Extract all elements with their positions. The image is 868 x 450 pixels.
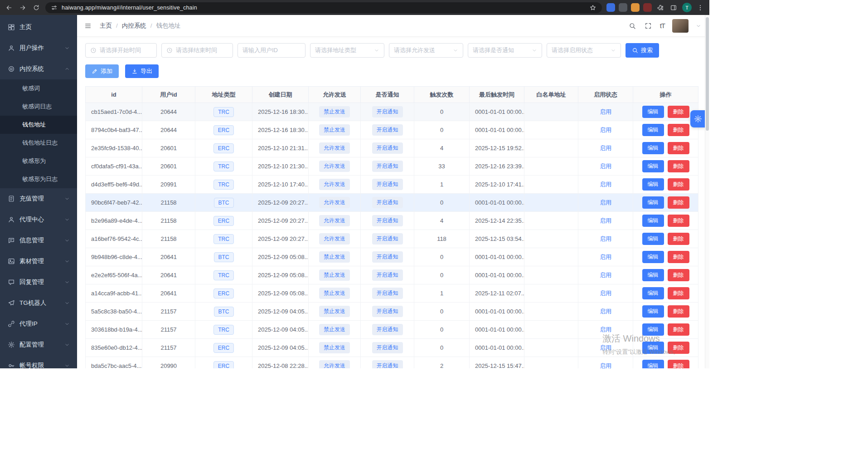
edit-button[interactable]: 编辑 [642, 124, 664, 136]
status-badge: 启用 [600, 108, 611, 115]
notify-tag: 开启通知 [372, 360, 403, 368]
delete-button[interactable]: 删除 [668, 124, 689, 136]
sidebar-item[interactable]: 代理中心 [0, 209, 77, 230]
delete-button[interactable]: 删除 [668, 142, 689, 154]
back-icon[interactable] [5, 3, 14, 12]
settings-drawer-button[interactable] [690, 110, 706, 127]
delete-button[interactable]: 删除 [668, 106, 689, 118]
export-button[interactable]: 导出 [125, 64, 159, 78]
avatar-chevron-down-icon[interactable] [696, 23, 701, 29]
edit-button[interactable]: 编辑 [642, 251, 664, 263]
edit-button[interactable]: 编辑 [642, 160, 664, 172]
user-id-cell: 20641 [142, 248, 195, 266]
sidebar-item[interactable]: 帐号权限 [0, 355, 77, 368]
browser-profile-avatar[interactable]: T [682, 3, 692, 12]
notify-select[interactable]: 请选择是否通知 [468, 43, 542, 58]
allow-send-cell: 禁止发送 [309, 321, 361, 339]
sidebar-subitem[interactable]: 钱包地址 [0, 116, 77, 134]
delete-button[interactable]: 删除 [668, 251, 689, 263]
edit-button[interactable]: 编辑 [642, 323, 664, 336]
delete-button[interactable]: 删除 [668, 269, 689, 281]
delete-button[interactable]: 删除 [668, 160, 689, 172]
sidebar-item[interactable]: TG机器人 [0, 293, 77, 313]
url-text[interactable]: haiwang.app/miwang#/internal/user_sensit… [62, 5, 585, 11]
scrollbar-thumb[interactable] [706, 17, 709, 131]
delete-button[interactable]: 删除 [668, 287, 689, 299]
delete-button[interactable]: 删除 [668, 305, 689, 318]
edit-button[interactable]: 编辑 [642, 305, 664, 318]
allow-send-select[interactable]: 请选择允许发送 [389, 43, 463, 58]
split-screen-icon[interactable] [669, 3, 678, 12]
sidebar-item[interactable]: 回复管理 [0, 272, 77, 293]
end-time-input[interactable]: 请选择结束时间 [161, 43, 233, 58]
extension-blue-icon[interactable] [606, 3, 615, 12]
extensions-puzzle-icon[interactable] [656, 3, 665, 12]
edit-button[interactable]: 编辑 [642, 287, 664, 299]
delete-button[interactable]: 删除 [668, 233, 689, 245]
delete-button[interactable]: 删除 [668, 196, 689, 209]
browser-menu-icon[interactable] [696, 3, 705, 12]
delete-button[interactable]: 删除 [668, 323, 689, 336]
edit-button[interactable]: 编辑 [642, 342, 664, 354]
notify-cell: 开启通知 [361, 248, 414, 266]
breadcrumb-internal[interactable]: 内控系统 [122, 22, 146, 30]
forward-icon[interactable] [18, 3, 27, 12]
address-type-select[interactable]: 请选择地址类型 [310, 43, 384, 58]
bookmark-star-icon[interactable] [589, 4, 596, 11]
sidebar-item[interactable]: 内控系统 [0, 59, 77, 79]
edit-button[interactable]: 编辑 [642, 142, 664, 154]
extension-gray-icon[interactable] [619, 3, 627, 12]
column-header: 最后触发时间 [470, 87, 524, 103]
sidebar-item[interactable]: 信息管理 [0, 230, 77, 251]
delete-button[interactable]: 删除 [668, 342, 689, 354]
start-time-input[interactable]: 请选择开始时间 [85, 43, 157, 58]
user-id-cell: 20644 [142, 121, 195, 139]
sidebar-item[interactable]: 代理IP [0, 313, 77, 334]
collapse-sidebar-icon[interactable] [83, 21, 92, 30]
edit-button[interactable]: 编辑 [642, 106, 664, 118]
sidebar-item[interactable]: 配置管理 [0, 334, 77, 355]
table-row: 835e60e0-db12-4...21157ERC2025-12-09 04:… [86, 339, 698, 357]
sidebar-subitem[interactable]: 敏感形为日志 [0, 170, 77, 188]
extension-maroon-icon[interactable] [643, 3, 652, 12]
sidebar-subitem[interactable]: 敏感词 [0, 79, 77, 98]
clock-icon [90, 47, 97, 54]
notify-tag: 开启通知 [372, 251, 403, 263]
sidebar-item[interactable]: 充值管理 [0, 188, 77, 209]
extension-orange-icon[interactable] [631, 3, 640, 12]
site-settings-icon[interactable] [51, 4, 58, 11]
delete-button[interactable]: 删除 [668, 215, 689, 227]
breadcrumb-home[interactable]: 主页 [100, 22, 112, 30]
refresh-icon[interactable] [32, 3, 41, 12]
delete-button[interactable]: 删除 [668, 360, 689, 368]
fullscreen-icon[interactable] [644, 21, 653, 30]
control-icon [7, 65, 15, 73]
user-avatar[interactable] [672, 19, 689, 33]
edit-button[interactable]: 编辑 [642, 215, 664, 227]
delete-button[interactable]: 删除 [668, 178, 689, 191]
search-button[interactable]: 搜索 [626, 43, 659, 58]
search-icon[interactable] [628, 21, 637, 30]
edit-button[interactable]: 编辑 [642, 269, 664, 281]
user-id-input[interactable]: 请输入用户ID [238, 43, 305, 58]
vertical-scrollbar[interactable] [705, 15, 709, 368]
trigger-count-cell: 118 [414, 230, 470, 248]
edit-button[interactable]: 编辑 [642, 360, 664, 368]
sidebar-subitem[interactable]: 敏感词日志 [0, 98, 77, 116]
sidebar-subitem[interactable]: 钱包地址日志 [0, 134, 77, 152]
address-bar[interactable]: haiwang.app/miwang#/internal/user_sensit… [45, 2, 602, 13]
edit-button[interactable]: 编辑 [642, 178, 664, 191]
allow-send-tag: 允许发送 [319, 179, 350, 190]
add-button[interactable]: 添加 [85, 64, 119, 78]
address-type-placeholder: 请选择地址类型 [315, 46, 356, 54]
edit-button[interactable]: 编辑 [642, 196, 664, 209]
sidebar-subitem[interactable]: 敏感形为 [0, 152, 77, 170]
last-trigger-cell: 0001-01-01 00:00... [470, 248, 524, 266]
last-trigger-cell: 2025-12-14 22:35... [470, 212, 524, 230]
sidebar-item[interactable]: 主页 [0, 17, 77, 38]
edit-button[interactable]: 编辑 [642, 233, 664, 245]
font-size-icon[interactable]: tT [660, 22, 665, 29]
enable-status-select[interactable]: 请选择启用状态 [547, 43, 621, 58]
sidebar-item[interactable]: 用户操作 [0, 38, 77, 59]
sidebar-item[interactable]: 素材管理 [0, 251, 77, 272]
